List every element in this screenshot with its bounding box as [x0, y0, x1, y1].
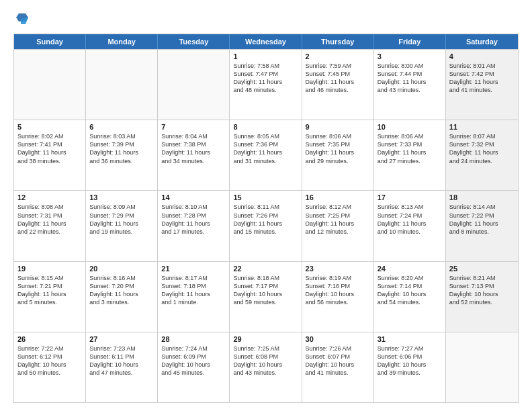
- calendar-cell: 4Sunrise: 8:01 AM Sunset: 7:42 PM Daylig…: [446, 50, 518, 120]
- calendar-cell: 30Sunrise: 7:26 AM Sunset: 6:07 PM Dayli…: [302, 332, 374, 402]
- calendar-cell: 5Sunrise: 8:02 AM Sunset: 7:41 PM Daylig…: [14, 120, 86, 190]
- day-number: 29: [233, 335, 298, 343]
- day-number: 8: [233, 123, 298, 131]
- day-number: 1: [233, 52, 298, 60]
- day-info: Sunrise: 7:58 AM Sunset: 7:47 PM Dayligh…: [233, 62, 298, 95]
- calendar-cell: [14, 50, 86, 120]
- day-number: 21: [161, 265, 226, 273]
- calendar-cell: 8Sunrise: 8:05 AM Sunset: 7:36 PM Daylig…: [230, 120, 302, 190]
- calendar-cell: [158, 50, 230, 120]
- day-number: 11: [449, 123, 515, 131]
- day-number: 26: [17, 335, 82, 343]
- logo: [13, 12, 28, 27]
- day-number: 10: [378, 123, 442, 131]
- calendar-cell: 19Sunrise: 8:15 AM Sunset: 7:21 PM Dayli…: [14, 262, 86, 332]
- calendar-cell: [86, 50, 158, 120]
- calendar-row: 5Sunrise: 8:02 AM Sunset: 7:41 PM Daylig…: [14, 120, 518, 190]
- calendar-cell: 13Sunrise: 8:09 AM Sunset: 7:29 PM Dayli…: [86, 191, 158, 261]
- calendar-row: 26Sunrise: 7:22 AM Sunset: 6:12 PM Dayli…: [14, 332, 518, 402]
- weekday-header: Wednesday: [230, 34, 302, 49]
- calendar-cell: 7Sunrise: 8:04 AM Sunset: 7:38 PM Daylig…: [158, 120, 230, 190]
- day-number: 3: [378, 52, 442, 60]
- calendar-cell: 25Sunrise: 8:21 AM Sunset: 7:13 PM Dayli…: [446, 262, 518, 332]
- day-number: 7: [161, 123, 226, 131]
- calendar-cell: 17Sunrise: 8:13 AM Sunset: 7:24 PM Dayli…: [374, 191, 446, 261]
- calendar-cell: 3Sunrise: 8:00 AM Sunset: 7:44 PM Daylig…: [374, 50, 446, 120]
- weekday-header: Monday: [86, 34, 158, 49]
- day-number: 17: [378, 193, 442, 201]
- day-number: 13: [89, 193, 154, 201]
- day-number: 12: [17, 193, 82, 201]
- day-info: Sunrise: 8:04 AM Sunset: 7:38 PM Dayligh…: [161, 132, 226, 165]
- day-info: Sunrise: 8:21 AM Sunset: 7:13 PM Dayligh…: [449, 274, 515, 307]
- day-number: 31: [378, 335, 442, 343]
- day-info: Sunrise: 8:18 AM Sunset: 7:17 PM Dayligh…: [233, 274, 298, 307]
- day-info: Sunrise: 8:00 AM Sunset: 7:44 PM Dayligh…: [378, 62, 442, 95]
- calendar-cell: 12Sunrise: 8:08 AM Sunset: 7:31 PM Dayli…: [14, 191, 86, 261]
- day-number: 24: [378, 265, 442, 273]
- day-info: Sunrise: 7:25 AM Sunset: 6:08 PM Dayligh…: [233, 345, 298, 377]
- day-info: Sunrise: 7:23 AM Sunset: 6:11 PM Dayligh…: [89, 345, 154, 377]
- day-info: Sunrise: 8:12 AM Sunset: 7:25 PM Dayligh…: [306, 203, 370, 236]
- day-number: 5: [17, 123, 82, 131]
- header: [13, 12, 519, 27]
- weekday-header: Friday: [374, 34, 446, 49]
- calendar-cell: 21Sunrise: 8:17 AM Sunset: 7:18 PM Dayli…: [158, 262, 230, 332]
- day-info: Sunrise: 7:59 AM Sunset: 7:45 PM Dayligh…: [306, 62, 370, 95]
- day-info: Sunrise: 8:10 AM Sunset: 7:28 PM Dayligh…: [161, 203, 226, 236]
- day-info: Sunrise: 8:07 AM Sunset: 7:32 PM Dayligh…: [449, 132, 515, 165]
- page: SundayMondayTuesdayWednesdayThursdayFrid…: [0, 0, 532, 411]
- calendar-cell: 6Sunrise: 8:03 AM Sunset: 7:39 PM Daylig…: [86, 120, 158, 190]
- calendar-cell: 16Sunrise: 8:12 AM Sunset: 7:25 PM Dayli…: [302, 191, 374, 261]
- day-number: 20: [89, 265, 154, 273]
- day-number: 4: [449, 52, 515, 60]
- day-info: Sunrise: 8:13 AM Sunset: 7:24 PM Dayligh…: [378, 203, 442, 236]
- day-info: Sunrise: 7:27 AM Sunset: 6:06 PM Dayligh…: [378, 345, 442, 377]
- day-info: Sunrise: 7:24 AM Sunset: 6:09 PM Dayligh…: [161, 345, 226, 377]
- calendar-cell: 9Sunrise: 8:06 AM Sunset: 7:35 PM Daylig…: [302, 120, 374, 190]
- calendar-cell: 22Sunrise: 8:18 AM Sunset: 7:17 PM Dayli…: [230, 262, 302, 332]
- calendar-body: 1Sunrise: 7:58 AM Sunset: 7:47 PM Daylig…: [14, 49, 518, 402]
- weekday-header: Sunday: [14, 34, 86, 49]
- day-info: Sunrise: 8:06 AM Sunset: 7:33 PM Dayligh…: [378, 132, 442, 165]
- weekday-header: Tuesday: [158, 34, 230, 49]
- calendar-cell: 2Sunrise: 7:59 AM Sunset: 7:45 PM Daylig…: [302, 50, 374, 120]
- day-number: 22: [233, 265, 298, 273]
- day-number: 14: [161, 193, 226, 201]
- day-info: Sunrise: 8:09 AM Sunset: 7:29 PM Dayligh…: [89, 203, 154, 236]
- day-info: Sunrise: 7:26 AM Sunset: 6:07 PM Dayligh…: [306, 345, 370, 377]
- calendar-cell: 26Sunrise: 7:22 AM Sunset: 6:12 PM Dayli…: [14, 332, 86, 402]
- calendar-cell: 23Sunrise: 8:19 AM Sunset: 7:16 PM Dayli…: [302, 262, 374, 332]
- day-info: Sunrise: 8:20 AM Sunset: 7:14 PM Dayligh…: [378, 274, 442, 307]
- calendar-cell: 15Sunrise: 8:11 AM Sunset: 7:26 PM Dayli…: [230, 191, 302, 261]
- calendar: SundayMondayTuesdayWednesdayThursdayFrid…: [13, 34, 519, 403]
- calendar-row: 12Sunrise: 8:08 AM Sunset: 7:31 PM Dayli…: [14, 190, 518, 261]
- calendar-header-row: SundayMondayTuesdayWednesdayThursdayFrid…: [14, 34, 518, 49]
- day-number: 18: [449, 193, 515, 201]
- day-info: Sunrise: 8:05 AM Sunset: 7:36 PM Dayligh…: [233, 132, 298, 165]
- day-number: 2: [306, 52, 370, 60]
- calendar-cell: 10Sunrise: 8:06 AM Sunset: 7:33 PM Dayli…: [374, 120, 446, 190]
- calendar-cell: 27Sunrise: 7:23 AM Sunset: 6:11 PM Dayli…: [86, 332, 158, 402]
- calendar-cell: 11Sunrise: 8:07 AM Sunset: 7:32 PM Dayli…: [446, 120, 518, 190]
- day-info: Sunrise: 8:03 AM Sunset: 7:39 PM Dayligh…: [89, 132, 154, 165]
- calendar-cell: 29Sunrise: 7:25 AM Sunset: 6:08 PM Dayli…: [230, 332, 302, 402]
- day-number: 9: [306, 123, 370, 131]
- calendar-row: 1Sunrise: 7:58 AM Sunset: 7:47 PM Daylig…: [14, 49, 518, 120]
- day-number: 16: [306, 193, 370, 201]
- day-number: 23: [306, 265, 370, 273]
- day-info: Sunrise: 8:15 AM Sunset: 7:21 PM Dayligh…: [17, 274, 82, 307]
- day-info: Sunrise: 8:02 AM Sunset: 7:41 PM Dayligh…: [17, 132, 82, 165]
- day-info: Sunrise: 8:16 AM Sunset: 7:20 PM Dayligh…: [89, 274, 154, 307]
- day-info: Sunrise: 8:01 AM Sunset: 7:42 PM Dayligh…: [449, 62, 515, 95]
- day-number: 19: [17, 265, 82, 273]
- day-info: Sunrise: 7:22 AM Sunset: 6:12 PM Dayligh…: [17, 345, 82, 377]
- day-info: Sunrise: 8:11 AM Sunset: 7:26 PM Dayligh…: [233, 203, 298, 236]
- day-number: 27: [89, 335, 154, 343]
- day-info: Sunrise: 8:14 AM Sunset: 7:22 PM Dayligh…: [449, 203, 515, 236]
- weekday-header: Saturday: [446, 34, 518, 49]
- calendar-cell: 20Sunrise: 8:16 AM Sunset: 7:20 PM Dayli…: [86, 262, 158, 332]
- calendar-row: 19Sunrise: 8:15 AM Sunset: 7:21 PM Dayli…: [14, 261, 518, 332]
- calendar-cell: 24Sunrise: 8:20 AM Sunset: 7:14 PM Dayli…: [374, 262, 446, 332]
- calendar-cell: 14Sunrise: 8:10 AM Sunset: 7:28 PM Dayli…: [158, 191, 230, 261]
